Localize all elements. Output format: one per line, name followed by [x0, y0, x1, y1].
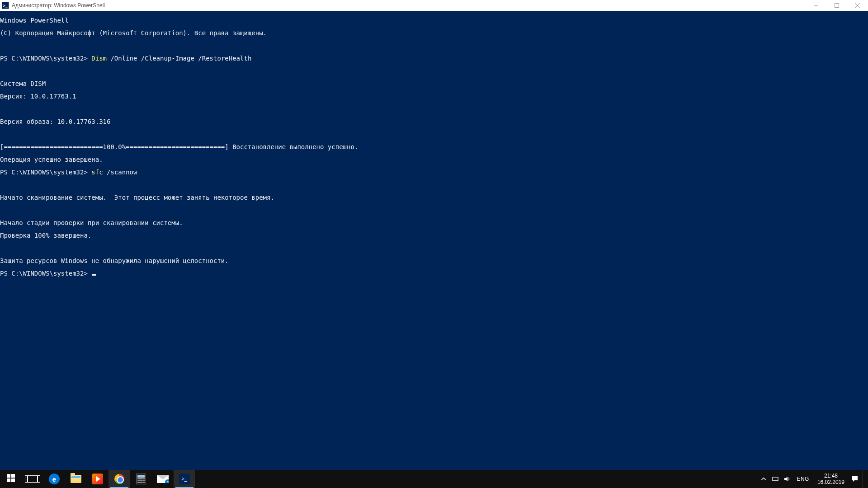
powershell-icon: >_: [2, 2, 9, 9]
ps-prompt: PS C:\WINDOWS\system32>: [0, 270, 91, 277]
cursor-icon: [92, 274, 96, 276]
svg-rect-7: [11, 479, 15, 482]
window-controls: [806, 0, 868, 11]
task-view-button[interactable]: [22, 470, 43, 488]
terminal-blank: [0, 207, 868, 213]
system-tray: ENG 21:48 16.02.2019: [760, 470, 868, 488]
language-indicator[interactable]: ENG: [795, 476, 811, 482]
taskbar-app-mail[interactable]: 3: [152, 470, 174, 488]
svg-rect-1: [835, 4, 839, 8]
terminal-line: Начало стадии проверки при сканировании …: [0, 220, 868, 226]
taskbar-app-edge[interactable]: e: [43, 470, 65, 488]
terminal-line: Windows PowerShell: [0, 17, 868, 23]
command-token: sfc: [91, 169, 103, 176]
svg-rect-5: [11, 474, 15, 478]
clock-date: 16.02.2019: [817, 479, 844, 485]
terminal-line: PS C:\WINDOWS\system32> sfc /scannow: [0, 169, 868, 175]
terminal-blank: [0, 106, 868, 112]
terminal-blank: [0, 245, 868, 251]
task-view-icon: [28, 475, 38, 483]
start-button[interactable]: [0, 470, 22, 488]
terminal-blank: [0, 68, 868, 74]
mail-icon: 3: [157, 475, 169, 483]
window-title: Администратор: Windows PowerShell: [12, 2, 105, 9]
terminal-line: Проверка 100% завершена.: [0, 232, 868, 239]
taskbar-app-powershell[interactable]: >_: [174, 470, 195, 488]
ps-prompt: PS C:\WINDOWS\system32>: [0, 55, 91, 62]
maximize-button[interactable]: [826, 0, 847, 11]
file-explorer-icon: [71, 475, 81, 483]
terminal-line: Версия образа: 10.0.17763.316: [0, 118, 868, 125]
taskbar-app-movies[interactable]: [87, 470, 108, 488]
terminal-line: [==========================100.0%=======…: [0, 144, 868, 150]
mail-badge: 3: [165, 479, 170, 485]
command-args: /scannow: [103, 169, 137, 176]
media-player-icon: [92, 474, 103, 484]
minimize-button[interactable]: [806, 0, 826, 11]
network-icon[interactable]: [771, 476, 779, 482]
svg-rect-8: [773, 477, 778, 481]
terminal-line: Операция успешно завершена.: [0, 156, 868, 163]
terminal-line: Cистема DISM: [0, 80, 868, 87]
svg-rect-4: [7, 474, 10, 478]
window-titlebar[interactable]: >_ Администратор: Windows PowerShell: [0, 0, 868, 11]
clock-time: 21:48: [817, 473, 844, 479]
terminal-line: (C) Корпорация Майкрософт (Microsoft Cor…: [0, 30, 868, 36]
terminal-line: Версия: 10.0.17763.1: [0, 93, 868, 99]
ps-prompt: PS C:\WINDOWS\system32>: [0, 169, 91, 176]
command-token: Dism: [91, 55, 107, 62]
edge-icon: e: [49, 474, 60, 484]
terminal-line: PS C:\WINDOWS\system32>: [0, 270, 868, 277]
powershell-taskbar-icon: >_: [179, 474, 190, 484]
terminal-line: PS C:\WINDOWS\system32> Dism /Online /Cl…: [0, 55, 868, 61]
terminal-body[interactable]: Windows PowerShell (C) Корпорация Майкро…: [0, 11, 868, 470]
terminal-line: Защита ресурсов Windows не обнаружила на…: [0, 258, 868, 264]
close-button[interactable]: [847, 0, 868, 11]
windows-logo-icon: [7, 474, 15, 484]
command-args: /Online /Cleanup-Image /RestoreHealth: [107, 55, 251, 62]
taskbar-app-explorer[interactable]: [65, 470, 87, 488]
taskbar-app-chrome[interactable]: [108, 470, 130, 488]
calculator-icon: [136, 474, 146, 484]
taskbar-clock[interactable]: 21:48 16.02.2019: [815, 473, 847, 485]
terminal-line: Начато сканирование системы. Этот процес…: [0, 194, 868, 201]
terminal-blank: [0, 42, 868, 49]
svg-rect-6: [7, 479, 10, 482]
terminal-blank: [0, 182, 868, 188]
chrome-icon: [114, 474, 124, 484]
terminal-blank: [0, 131, 868, 137]
taskbar: e 3 >_ ENG 21:48 16.02: [0, 470, 868, 488]
svg-marker-10: [784, 477, 788, 481]
show-desktop-button[interactable]: [863, 470, 865, 488]
taskbar-app-calculator[interactable]: [130, 470, 152, 488]
tray-overflow-button[interactable]: [760, 476, 768, 482]
action-center-button[interactable]: [851, 475, 859, 483]
volume-icon[interactable]: [783, 476, 791, 482]
